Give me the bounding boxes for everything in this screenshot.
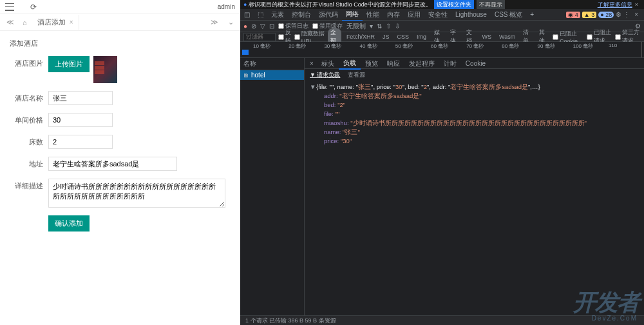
more-icon[interactable]: ⋮ bbox=[623, 11, 630, 18]
user-label[interactable]: admin bbox=[218, 3, 235, 10]
throttle-select[interactable]: 无限制 bbox=[346, 22, 366, 31]
dismiss-button[interactable]: 不再显示 bbox=[477, 0, 505, 10]
inspect-icon[interactable]: ◫ bbox=[240, 9, 254, 21]
image-preview[interactable] bbox=[93, 56, 117, 83]
type-img[interactable]: Img bbox=[414, 34, 429, 40]
tab-hotel-add[interactable]: 酒店添加 × bbox=[32, 15, 79, 30]
json-name[interactable]: name: "张三" bbox=[310, 128, 639, 137]
download-icon[interactable]: ⇩ bbox=[395, 23, 400, 30]
home-icon[interactable]: ⌂ bbox=[17, 19, 32, 26]
desc-input[interactable]: 少时诵诗书所所所所所所所所所所所所所所所所所所所所所所所所所所所所所所所 bbox=[48, 179, 225, 208]
devtools-panel: ● 标识项目的根文件夹以打开Visual Studio Code中的源文件并同步… bbox=[240, 0, 644, 325]
upload-button[interactable]: 上传图片 bbox=[48, 56, 90, 72]
tl-100: 100 毫秒 bbox=[573, 43, 609, 50]
dtab-payload[interactable]: 负载 bbox=[339, 57, 361, 70]
tab-elements[interactable]: 元素 bbox=[267, 9, 288, 21]
filter-icon[interactable]: ▽ bbox=[260, 23, 265, 30]
bed-input[interactable] bbox=[48, 135, 113, 149]
info-badge[interactable]: ● 28 bbox=[598, 12, 614, 18]
menu-icon[interactable] bbox=[5, 3, 14, 11]
top-bar: ⟳ admin bbox=[0, 0, 240, 14]
addr-input[interactable] bbox=[48, 157, 177, 171]
dtab-initiator[interactable]: 发起程序 bbox=[404, 58, 439, 69]
payload-source[interactable]: 查看源 bbox=[348, 71, 365, 79]
submit-button[interactable]: 确认添加 bbox=[48, 215, 90, 231]
type-ws[interactable]: WS bbox=[480, 34, 495, 40]
json-file[interactable]: file: "" bbox=[310, 110, 639, 119]
devtools-tabs: ◫ ⬚ 元素 控制台 源代码 网络 性能 内存 应用 安全性 Lighthous… bbox=[240, 9, 644, 21]
tab-security[interactable]: 安全性 bbox=[424, 9, 451, 21]
payload-nav: ▼ 请求负载 查看源 bbox=[305, 69, 644, 81]
tl-80: 80 毫秒 bbox=[502, 43, 537, 50]
tab-bar: ≪ ⌂ 酒店添加 × ≫ ⌄ bbox=[0, 14, 240, 31]
timeline[interactable]: 10 毫秒 20 毫秒 30 毫秒 40 毫秒 50 毫秒 60 毫秒 70 毫… bbox=[240, 42, 644, 58]
tl-70: 70 毫秒 bbox=[466, 43, 502, 50]
info-icon: ● bbox=[243, 1, 247, 8]
request-row[interactable]: 🗎 hotel bbox=[240, 70, 304, 80]
dtab-headers[interactable]: 标头 bbox=[317, 58, 339, 69]
wifi-icon[interactable]: ⇅ bbox=[377, 23, 382, 30]
dtab-cookie[interactable]: Cookie bbox=[461, 58, 490, 69]
label-bed: 床数 bbox=[10, 135, 48, 147]
type-js[interactable]: JS bbox=[380, 34, 392, 40]
close-icon[interactable]: × bbox=[632, 1, 641, 8]
dropdown-icon[interactable]: ⌄ bbox=[225, 18, 237, 26]
name-input[interactable] bbox=[48, 91, 113, 105]
json-price[interactable]: price: "30" bbox=[310, 137, 639, 146]
json-view[interactable]: ▼{file: "", name: "张三", price: "30", bed… bbox=[305, 81, 644, 147]
search-icon[interactable]: ⊡ bbox=[269, 23, 274, 30]
json-miaoshu[interactable]: miaoshu: "少时诵诗书所所所所所所所所所所所所所所所所所所所所所所所所所… bbox=[310, 119, 639, 128]
chevron-down-icon[interactable]: ▾ bbox=[370, 23, 373, 30]
form-content: 添加酒店 酒店图片 上传图片 酒店名称 单间价格 床数 地址 详细描述 少时诵诗… bbox=[0, 31, 240, 325]
type-xhr[interactable]: Fetch/XHR bbox=[344, 34, 377, 40]
clear-icon[interactable]: ⊘ bbox=[251, 23, 256, 30]
tab-sources[interactable]: 源代码 bbox=[315, 9, 342, 21]
tab-application[interactable]: 应用 bbox=[404, 9, 424, 21]
status-bar: 1 个请求 已传输 386 B 59 B 条资源 bbox=[240, 315, 644, 325]
request-name: hotel bbox=[251, 72, 265, 79]
gear-icon[interactable]: ⚙ bbox=[616, 11, 621, 18]
refresh-icon[interactable]: ⟳ bbox=[30, 3, 37, 12]
nav-fwd-icon[interactable]: ≫ bbox=[207, 18, 222, 26]
tab-performance[interactable]: 性能 bbox=[363, 9, 383, 21]
warn-badge[interactable]: ▲ 3 bbox=[582, 12, 596, 18]
type-css[interactable]: CSS bbox=[394, 34, 412, 40]
json-bed[interactable]: bed: "2" bbox=[310, 101, 639, 110]
dtab-response[interactable]: 响应 bbox=[383, 58, 404, 69]
error-badge[interactable]: ◉ 4 bbox=[566, 12, 580, 18]
timeline-marker[interactable] bbox=[641, 42, 642, 57]
label-price: 单间价格 bbox=[10, 113, 48, 125]
filter-input[interactable] bbox=[243, 33, 276, 41]
tab-css[interactable]: CSS 概览 bbox=[491, 9, 526, 21]
tab-network[interactable]: 网络 bbox=[342, 8, 363, 21]
tl-20: 20 毫秒 bbox=[289, 43, 324, 50]
tab-memory[interactable]: 内存 bbox=[383, 9, 404, 21]
tab-label: 酒店添加 bbox=[37, 17, 66, 27]
app-panel: ⟳ admin ≪ ⌂ 酒店添加 × ≫ ⌄ 添加酒店 酒店图片 上传图片 酒店… bbox=[0, 0, 240, 325]
json-addr[interactable]: addr: "老宁生啥答案所多sadsad是" bbox=[310, 92, 639, 101]
json-summary[interactable]: ▼{file: "", name: "张三", price: "30", bed… bbox=[310, 83, 639, 92]
label-addr: 地址 bbox=[10, 157, 48, 169]
set-root-button[interactable]: 设置根文件夹 bbox=[434, 0, 474, 10]
label-desc: 详细描述 bbox=[10, 179, 48, 191]
notice-text: 标识项目的根文件夹以打开Visual Studio Code中的源文件并同步更改… bbox=[249, 1, 431, 9]
column-name[interactable]: 名称 bbox=[240, 58, 304, 70]
record-icon[interactable]: ● bbox=[243, 23, 247, 30]
nav-back-icon[interactable]: ≪ bbox=[3, 18, 17, 26]
dtab-timing[interactable]: 计时 bbox=[439, 58, 461, 69]
learn-more-link[interactable]: 了解更多信息 bbox=[598, 1, 632, 9]
close-devtools-icon[interactable]: × bbox=[632, 11, 641, 18]
close-detail-icon[interactable]: × bbox=[307, 60, 317, 67]
close-icon[interactable]: × bbox=[70, 19, 73, 26]
type-wasm[interactable]: Wasm bbox=[497, 34, 518, 40]
tab-lighthouse[interactable]: Lighthouse bbox=[451, 9, 491, 21]
dtab-preview[interactable]: 预览 bbox=[361, 58, 383, 69]
upload-icon[interactable]: ⇧ bbox=[386, 23, 391, 30]
price-input[interactable] bbox=[48, 113, 113, 127]
more-icon[interactable]: + bbox=[526, 9, 538, 21]
tab-console[interactable]: 控制台 bbox=[288, 9, 315, 21]
tl-40: 40 毫秒 bbox=[360, 43, 395, 50]
payload-request[interactable]: ▼ 请求负载 bbox=[310, 71, 340, 79]
page-title: 添加酒店 bbox=[10, 39, 231, 48]
device-icon[interactable]: ⬚ bbox=[254, 9, 267, 21]
